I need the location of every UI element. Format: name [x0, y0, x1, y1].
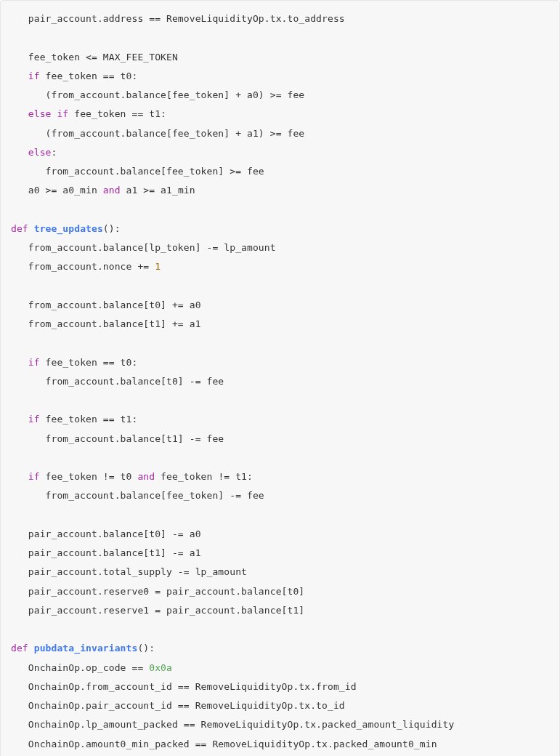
code-text: fee_token != t1: — [155, 471, 253, 482]
code-line: pair_account.balance[t0] -= a0 — [11, 528, 201, 539]
code-line: pair_account.address == RemoveLiquidityO… — [11, 13, 345, 24]
keyword-if: if — [52, 108, 69, 119]
keyword-def: def — [11, 223, 28, 234]
code-text: fee_token == t0: — [40, 357, 138, 368]
code-text: from_account.nonce += — [11, 261, 155, 272]
code-line: from_account.balance[t0] += a0 — [11, 299, 201, 310]
code-line: fee_token <= MAX_FEE_TOKEN — [11, 52, 178, 63]
code-line: OnchainOp.amount0_min_packed == RemoveLi… — [11, 739, 437, 749]
code-text: a1 >= a1_min — [121, 185, 195, 196]
code-content: pair_account.address == RemoveLiquidityO… — [11, 9, 549, 756]
code-text — [28, 223, 34, 234]
code-line: from_account.balance[t1] += a1 — [11, 318, 201, 329]
code-line: OnchainOp.lp_amount_packed == RemoveLiqu… — [11, 719, 454, 730]
code-line: (from_account.balance[fee_token] + a1) >… — [11, 128, 304, 139]
code-line: from_account.balance[t0] -= fee — [11, 376, 224, 387]
code-line: (from_account.balance[fee_token] + a0) >… — [11, 89, 304, 100]
code-text: (): — [103, 223, 121, 234]
code-line: pair_account.reserve0 = pair_account.bal… — [11, 586, 304, 597]
keyword-def: def — [11, 643, 28, 654]
code-line: pair_account.total_supply -= lp_amount — [11, 566, 247, 577]
keyword-else: else — [11, 147, 52, 158]
code-line: OnchainOp.pair_account_id == RemoveLiqui… — [11, 700, 345, 711]
code-text: fee_token == t1: — [68, 108, 166, 119]
function-name: pubdata_invariants — [34, 643, 138, 654]
code-line: from_account.balance[t1] -= fee — [11, 433, 224, 444]
keyword-else: else — [11, 108, 52, 119]
hex-literal: 0x0a — [149, 662, 172, 673]
function-name: tree_updates — [34, 223, 103, 234]
code-text — [28, 643, 34, 654]
code-text: (): — [137, 643, 155, 654]
code-line: from_account.balance[fee_token] -= fee — [11, 490, 264, 501]
code-text: : — [52, 147, 57, 158]
code-line: OnchainOp.from_account_id == RemoveLiqui… — [11, 681, 357, 692]
keyword-if: if — [11, 71, 40, 81]
code-text: a0 >= a0_min — [11, 185, 103, 196]
code-line: from_account.balance[fee_token] >= fee — [11, 166, 264, 177]
code-line: pair_account.reserve1 = pair_account.bal… — [11, 605, 304, 616]
keyword-and: and — [103, 185, 121, 196]
code-line: pair_account.balance[t1] -= a1 — [11, 547, 201, 558]
keyword-and: and — [137, 471, 155, 482]
keyword-if: if — [11, 357, 40, 368]
keyword-if: if — [11, 414, 40, 425]
number-literal: 1 — [155, 261, 161, 272]
code-text: fee_token == t0: — [40, 71, 138, 81]
code-block: pair_account.address == RemoveLiquidityO… — [0, 0, 560, 756]
code-text: fee_token == t1: — [40, 414, 138, 425]
code-text: fee_token != t0 — [40, 471, 138, 482]
keyword-if: if — [11, 471, 40, 482]
code-text: OnchainOp.op_code == — [11, 662, 149, 673]
code-line: from_account.balance[lp_token] -= lp_amo… — [11, 242, 276, 253]
